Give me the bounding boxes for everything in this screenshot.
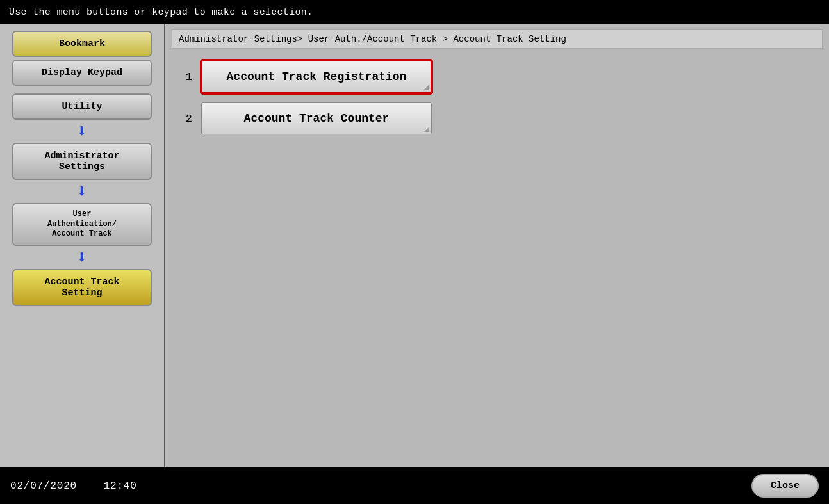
breadcrumb: Administrator Settings> User Auth./Accou… <box>172 29 823 49</box>
instruction-text: Use the menu buttons or keypad to make a… <box>9 7 313 18</box>
menu-item-number-2: 2 <box>178 113 192 125</box>
time-text: 12:40 <box>104 480 137 492</box>
instruction-bar: Use the menu buttons or keypad to make a… <box>0 0 829 24</box>
content-area: Administrator Settings> User Auth./Accou… <box>165 24 829 467</box>
menu-content: 1 Account Track Registration 2 Account T… <box>165 49 829 467</box>
bookmark-button[interactable]: Bookmark <box>12 31 152 57</box>
account-track-setting-button[interactable]: Account Track Setting <box>12 269 152 306</box>
close-button[interactable]: Close <box>751 474 819 498</box>
display-keypad-button[interactable]: Display Keypad <box>12 60 152 86</box>
account-track-counter-button[interactable]: Account Track Counter <box>201 102 432 134</box>
utility-button[interactable]: Utility <box>12 93 152 120</box>
menu-item-number-1: 1 <box>178 71 192 83</box>
datetime-display: 02/07/2020 12:40 <box>10 480 137 492</box>
admin-settings-button[interactable]: Administrator Settings <box>12 143 152 180</box>
main-area: Bookmark Display Keypad Utility ⬇ Admini… <box>0 24 829 467</box>
sidebar: Bookmark Display Keypad Utility ⬇ Admini… <box>0 24 165 467</box>
user-auth-button[interactable]: User Authentication/ Account Track <box>12 203 152 246</box>
account-track-registration-button[interactable]: Account Track Registration <box>201 60 432 93</box>
arrow-down-1: ⬇ <box>12 124 152 142</box>
bottom-bar: 02/07/2020 12:40 Close <box>0 467 829 504</box>
arrow-down-2: ⬇ <box>12 184 152 202</box>
date-text: 02/07/2020 <box>10 480 77 492</box>
arrow-down-3: ⬇ <box>12 250 152 268</box>
menu-item-row-2: 2 Account Track Counter <box>178 102 816 134</box>
menu-item-row-1: 1 Account Track Registration <box>178 60 816 93</box>
breadcrumb-text: Administrator Settings> User Auth./Accou… <box>179 34 566 44</box>
